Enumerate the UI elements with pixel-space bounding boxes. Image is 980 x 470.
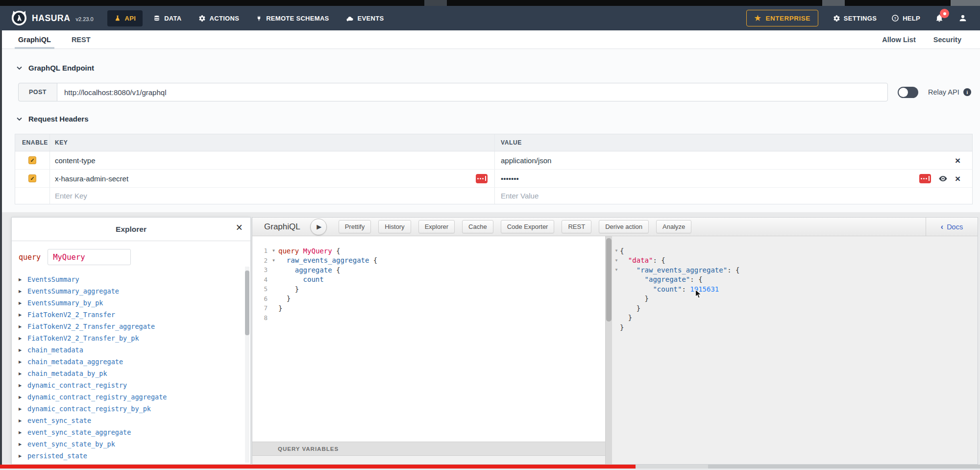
explorer-header: Explorer × (12, 218, 250, 241)
explorer-field-EventsSummary_aggregate[interactable]: ▶EventsSummary_aggregate (19, 285, 244, 297)
docs-label: Docs (947, 223, 963, 231)
triangle-right-icon: ▶ (19, 277, 23, 282)
help-button[interactable]: ? HELP (891, 14, 920, 22)
analyze-button[interactable]: Analyze (656, 220, 691, 233)
explorer-field-label: chain_metadata (27, 346, 83, 354)
cache-button[interactable]: Cache (462, 220, 493, 233)
code-text: } (277, 304, 282, 312)
explorer-field-FiatTokenV2_2_Transfer_aggregate[interactable]: ▶FiatTokenV2_2_Transfer_aggregate (19, 321, 244, 332)
column-key: KEY (49, 134, 494, 151)
prettify-button[interactable]: Prettify (339, 220, 371, 233)
dot (482, 178, 484, 179)
query-editor[interactable]: 1▼query MyQuery {2▼ raw_events_aggregate… (252, 236, 605, 442)
new-value-cell[interactable]: Enter Value (494, 188, 972, 204)
notifications-button[interactable] (935, 14, 944, 23)
nav-tab-remote-schemas[interactable]: REMOTE SCHEMAS (250, 10, 335, 26)
query-variables-editor[interactable] (252, 456, 605, 464)
history-button[interactable]: History (378, 220, 411, 233)
execute-query-button[interactable]: ▶ (310, 219, 327, 235)
token: 1915631 (690, 285, 719, 293)
svg-text:?: ? (894, 16, 897, 21)
close-icon[interactable]: × (236, 222, 243, 233)
triangle-right-icon: ▶ (19, 301, 23, 305)
header-enabled-checkbox[interactable]: ✓ (28, 156, 36, 164)
tab-security[interactable]: Security (933, 30, 961, 49)
chevron-left-icon: ‹ (941, 223, 943, 231)
secret-dots-badge[interactable] (919, 174, 931, 183)
tab-graphiql[interactable]: GraphiQL (18, 30, 51, 49)
explorer-field-dynamic_contract_registry[interactable]: ▶dynamic_contract_registry (19, 379, 244, 391)
user-icon[interactable] (958, 14, 967, 23)
explorer-field-event_sync_state[interactable]: ▶event_sync_state (19, 415, 244, 426)
enterprise-button[interactable]: ★ ENTERPRISE (746, 10, 818, 26)
nav-tab-data[interactable]: DATA (147, 10, 187, 26)
explorer-field-chain_metadata[interactable]: ▶chain_metadata (19, 344, 244, 356)
explorer-field-dynamic_contract_registry_aggregate[interactable]: ▶dynamic_contract_registry_aggregate (19, 391, 244, 403)
nav-tab-events[interactable]: EVENTS (340, 10, 390, 26)
operation-name-input[interactable] (48, 249, 131, 265)
line-number: 1 (252, 247, 270, 254)
nav-tab-api[interactable]: API (107, 10, 143, 26)
editor-scrollbar[interactable] (605, 236, 612, 464)
key-cell[interactable]: content-type (49, 151, 494, 169)
explorer-field-list: ▶EventsSummary▶EventsSummary_aggregate▶E… (19, 273, 244, 465)
hasura-logo-icon[interactable] (11, 10, 27, 26)
fold-icon[interactable]: ▼ (270, 248, 277, 253)
database-icon (153, 15, 160, 22)
explorer-field-chain_metadata_aggregate[interactable]: ▶chain_metadata_aggregate (19, 356, 244, 368)
dot (923, 178, 925, 179)
token: } (278, 285, 299, 293)
explorer-field-EventsSummary[interactable]: ▶EventsSummary (19, 273, 244, 285)
new-key-cell[interactable]: Enter Key (49, 188, 494, 204)
nav-tab-actions[interactable]: ACTIONS (193, 10, 245, 26)
explorer-field-dynamic_contract_registry_by_pk[interactable]: ▶dynamic_contract_registry_by_pk (19, 403, 244, 415)
http-method-label: POST (18, 83, 57, 101)
fold-icon[interactable]: ▼ (612, 268, 620, 272)
response-line: } (612, 322, 978, 332)
graphql-endpoint-collapse[interactable]: GraphQL Endpoint (17, 64, 94, 72)
explorer-field-FiatTokenV2_2_Transfer[interactable]: ▶FiatTokenV2_2_Transfer (19, 309, 244, 321)
remove-header-icon[interactable]: × (955, 174, 960, 183)
code-exporter-button[interactable]: Code Exporter (501, 220, 555, 233)
key-cell[interactable]: x-hasura-admin-secret (49, 170, 494, 187)
explorer-field-FiatTokenV2_2_Transfer_by_pk[interactable]: ▶FiatTokenV2_2_Transfer_by_pk (19, 332, 244, 344)
value-placeholder: Enter Value (495, 192, 539, 200)
header-enabled-checkbox[interactable]: ✓ (28, 174, 36, 182)
explorer-field-EventsSummary_by_pk[interactable]: ▶EventsSummary_by_pk (19, 297, 244, 309)
eye-icon[interactable] (938, 175, 948, 182)
query-line: 7} (252, 303, 605, 313)
explorer-button[interactable]: Explorer (418, 220, 455, 233)
rest-button[interactable]: REST (562, 220, 591, 233)
scrollbar-thumb[interactable] (606, 238, 612, 322)
fold-icon[interactable]: ▼ (612, 258, 620, 263)
explorer-field-event_sync_state_aggregate[interactable]: ▶event_sync_state_aggregate (19, 426, 244, 438)
info-icon[interactable]: i (963, 88, 971, 98)
explorer-field-event_sync_state_by_pk[interactable]: ▶event_sync_state_by_pk (19, 438, 244, 450)
tab-allow-list[interactable]: Allow List (882, 30, 915, 49)
derive-action-button[interactable]: Derive action (599, 220, 649, 233)
settings-button[interactable]: SETTINGS (833, 15, 877, 22)
explorer-field-chain_metadata_by_pk[interactable]: ▶chain_metadata_by_pk (19, 368, 244, 379)
brand-name[interactable]: HASURA (32, 13, 70, 24)
header-row: ✓content-typeapplication/json× (15, 151, 972, 170)
query-variables-bar[interactable]: QUERY VARIABLES (252, 442, 605, 456)
endpoint-url-input[interactable] (57, 83, 888, 101)
fold-icon[interactable]: ▼ (270, 258, 277, 263)
request-headers-collapse[interactable]: Request Headers (17, 115, 89, 123)
explorer-field-persisted_state[interactable]: ▶persisted_state (19, 450, 244, 462)
scrollbar-thumb[interactable] (245, 271, 249, 335)
graphiql-content: 1▼query MyQuery {2▼ raw_events_aggregate… (252, 236, 978, 464)
fold-icon[interactable]: ▼ (612, 248, 620, 253)
response-line: "aggregate": { (612, 275, 978, 285)
value-cell[interactable]: •••••••× (494, 170, 972, 187)
docs-button[interactable]: ‹ Docs (926, 218, 978, 236)
remove-header-icon[interactable]: × (955, 156, 960, 165)
top-strip-notch (822, 0, 845, 6)
explorer-field-label: dynamic_contract_registry (27, 381, 127, 389)
value-cell[interactable]: application/json× (494, 151, 972, 169)
secret-dots-badge[interactable] (476, 174, 488, 183)
relay-api-toggle[interactable] (898, 87, 918, 98)
video-progress-bar[interactable] (0, 465, 980, 469)
explorer-scrollbar[interactable] (245, 267, 249, 463)
tab-rest[interactable]: REST (72, 30, 91, 49)
